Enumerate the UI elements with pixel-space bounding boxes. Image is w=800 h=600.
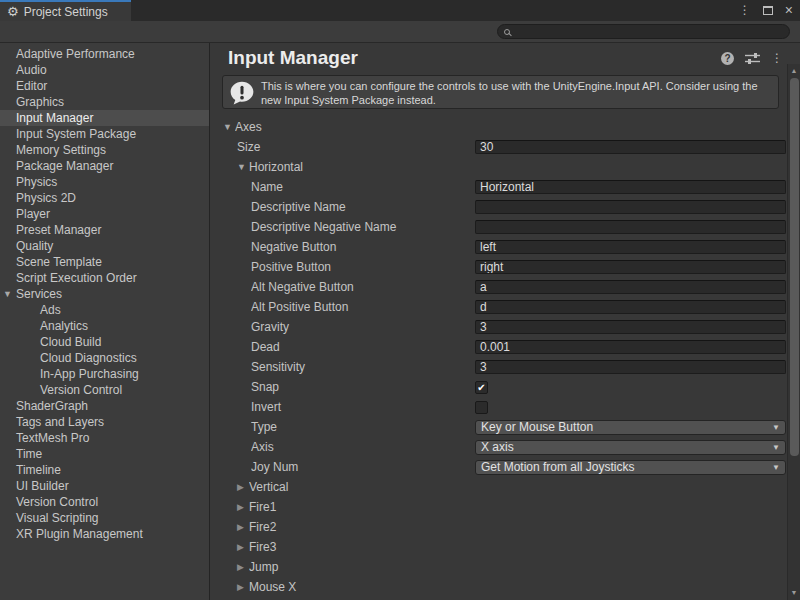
search-box[interactable] [497,24,790,39]
sidebar-item-audio[interactable]: Audio [0,62,209,78]
scroll-up-icon[interactable]: ▲ [788,66,800,76]
sidebar-item-input-system-package[interactable]: Input System Package [0,126,209,142]
sidebar-item-shadergraph[interactable]: ShaderGraph [0,398,209,414]
chevron-down-icon: ▼ [772,421,780,434]
sidebar-item-cloud-diagnostics[interactable]: Cloud Diagnostics [0,350,209,366]
help-icon[interactable]: ? [721,52,734,65]
sidebar-item-package-manager[interactable]: Package Manager [0,158,209,174]
sidebar-item-textmesh-pro[interactable]: TextMesh Pro [0,430,209,446]
sidebar-item-tags-and-layers[interactable]: Tags and Layers [0,414,209,430]
sidebar-item-timeline[interactable]: Timeline [0,462,209,478]
maximize-icon[interactable] [763,6,773,15]
alt-positive-button-field[interactable]: d [475,300,786,314]
sidebar-item-time[interactable]: Time [0,446,209,462]
property-label: Horizontal [249,160,800,174]
property-label: Invert [251,400,475,414]
sidebar-item-label: Memory Settings [16,142,106,158]
foldout-triangle-icon[interactable]: ▶ [237,502,249,512]
foldout-triangle-icon[interactable]: ▶ [237,582,249,592]
search-icon [504,29,510,35]
sidebar-item-graphics[interactable]: Graphics [0,94,209,110]
sidebar-item-version-control[interactable]: Version Control [0,382,209,398]
foldout-triangle-icon[interactable]: ▼ [3,286,16,302]
property-control: ✔ [475,381,786,394]
vertical-scrollbar[interactable]: ▲ ▼ [787,64,800,600]
tab-project-settings[interactable]: ⚙ Project Settings [0,0,131,21]
sidebar-item-quality[interactable]: Quality [0,238,209,254]
property-row-size: Size30 [211,137,800,157]
sidebar-item-scene-template[interactable]: Scene Template [0,254,209,270]
sidebar-item-label: Version Control [16,494,98,510]
axis-dropdown[interactable]: X axis▼ [475,440,786,455]
sidebar-item-label: Time [16,446,42,462]
property-row-gravity: Gravity3 [211,317,800,337]
sidebar-item-physics-2d[interactable]: Physics 2D [0,190,209,206]
positive-button-field[interactable]: right [475,260,786,274]
joy-num-dropdown[interactable]: Get Motion from all Joysticks▼ [475,460,786,475]
property-row-jump: ▶Jump [211,557,800,577]
descriptive-name-field[interactable] [475,200,786,214]
dead-field[interactable]: 0.001 [475,340,786,354]
sidebar-item-adaptive-performance[interactable]: Adaptive Performance [0,46,209,62]
property-label: Size [237,140,475,154]
sidebar-item-visual-scripting[interactable]: Visual Scripting [0,510,209,526]
negative-button-field[interactable]: left [475,240,786,254]
sidebar-item-cloud-build[interactable]: Cloud Build [0,334,209,350]
scrollbar-thumb[interactable] [790,78,799,456]
foldout-triangle-icon[interactable]: ▶ [237,562,249,572]
sidebar-item-label: Tags and Layers [16,414,104,430]
more-options-icon[interactable]: ⋮ [771,52,783,65]
alt-negative-button-field[interactable]: a [475,280,786,294]
sidebar-item-script-execution-order[interactable]: Script Execution Order [0,270,209,286]
descriptive-negative-name-field[interactable] [475,220,786,234]
sidebar-item-label: Scene Template [16,254,102,270]
dropdown-value: Key or Mouse Button [481,421,593,434]
sidebar-item-ui-builder[interactable]: UI Builder [0,478,209,494]
sidebar-item-physics[interactable]: Physics [0,174,209,190]
foldout-triangle-icon[interactable]: ▶ [237,482,249,492]
sidebar-item-player[interactable]: Player [0,206,209,222]
sidebar-item-label: Graphics [16,94,64,110]
property-label: Negative Button [251,240,475,254]
foldout-triangle-icon[interactable]: ▼ [237,162,249,172]
sidebar-item-memory-settings[interactable]: Memory Settings [0,142,209,158]
sidebar-item-label: Cloud Build [40,334,101,350]
type-dropdown[interactable]: Key or Mouse Button▼ [475,420,786,435]
search-input[interactable] [514,26,774,38]
foldout-triangle-icon[interactable]: ▶ [237,542,249,552]
sidebar-item-in-app-purchasing[interactable]: In-App Purchasing [0,366,209,382]
property-label: Alt Positive Button [251,300,475,314]
gravity-field[interactable]: 3 [475,320,786,334]
sidebar-item-label: Input System Package [16,126,136,142]
property-control: 30 [475,140,786,154]
property-label: Jump [249,560,800,574]
presets-icon[interactable] [745,52,760,65]
sidebar-item-label: Visual Scripting [16,510,99,526]
sidebar-list: Adaptive PerformanceAudioEditorGraphicsI… [0,46,209,542]
size-field[interactable]: 30 [475,140,786,154]
sidebar-item-input-manager[interactable]: Input Manager [0,110,209,126]
invert-checkbox[interactable] [475,401,488,414]
window-menu-icon[interactable]: ⋮ [737,0,753,21]
sensitivity-field[interactable]: 3 [475,360,786,374]
sidebar-item-editor[interactable]: Editor [0,78,209,94]
sidebar-item-version-control[interactable]: Version Control [0,494,209,510]
scroll-down-icon[interactable]: ▼ [788,588,800,598]
sidebar-item-label: Player [16,206,50,222]
property-label: Sensitivity [251,360,475,374]
property-row-name: NameHorizontal [211,177,800,197]
property-row-joy-num: Joy NumGet Motion from all Joysticks▼ [211,457,800,477]
sidebar-item-label: Analytics [40,318,88,334]
property-control: 3 [475,320,786,334]
sidebar-item-ads[interactable]: Ads [0,302,209,318]
sidebar-item-analytics[interactable]: Analytics [0,318,209,334]
foldout-triangle-icon[interactable]: ▼ [223,122,235,132]
sidebar-item-preset-manager[interactable]: Preset Manager [0,222,209,238]
snap-checkbox[interactable]: ✔ [475,381,488,394]
name-field[interactable]: Horizontal [475,180,786,194]
sidebar-item-services[interactable]: ▼Services [0,286,209,302]
close-icon[interactable]: × [783,0,795,21]
property-label: Axes [235,120,800,134]
foldout-triangle-icon[interactable]: ▶ [237,522,249,532]
sidebar-item-xr-plugin-management[interactable]: XR Plugin Management [0,526,209,542]
